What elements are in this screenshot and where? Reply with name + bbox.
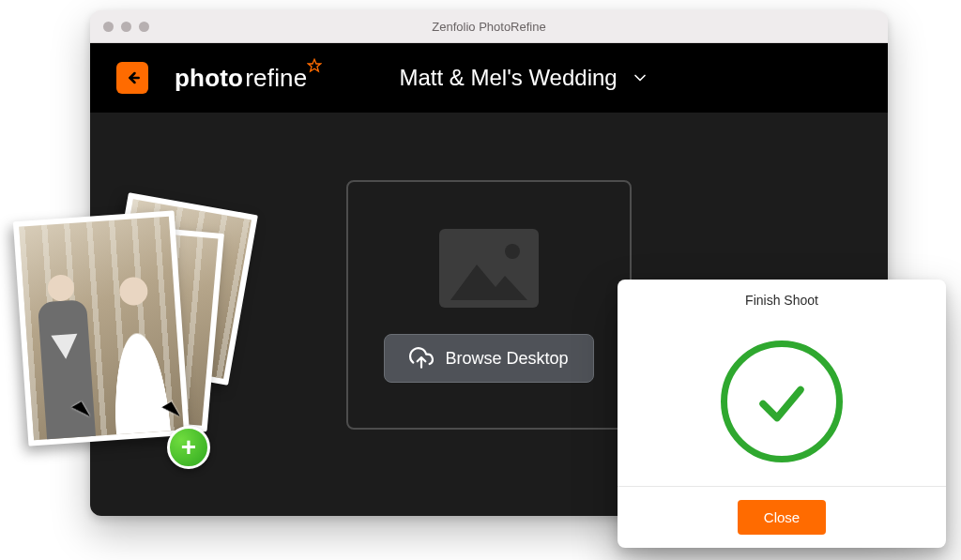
success-indicator (721, 341, 843, 462)
plus-icon: + (181, 434, 196, 461)
dialog-body (618, 317, 946, 486)
checkmark-icon (754, 373, 810, 430)
brand-text-light: refine (245, 64, 307, 93)
back-button[interactable] (116, 62, 148, 94)
brand-text-bold: photo (175, 64, 243, 93)
cloud-upload-icon (409, 346, 434, 371)
chevron-down-icon (631, 68, 649, 87)
browse-desktop-button[interactable]: Browse Desktop (384, 334, 593, 383)
project-name: Matt & Mel's Wedding (399, 65, 617, 91)
traffic-light-minimize[interactable] (121, 22, 131, 32)
svg-point-3 (505, 244, 520, 259)
brand-logo: photorefine (175, 64, 307, 93)
browse-desktop-label: Browse Desktop (445, 349, 568, 369)
arrow-left-icon (123, 68, 142, 87)
window-title: Zenfolio PhotoRefine (90, 20, 888, 34)
dialog-title: Finish Shoot (618, 280, 946, 317)
traffic-light-close[interactable] (103, 22, 114, 32)
traffic-lights[interactable] (103, 22, 149, 32)
add-photos-badge: + (167, 426, 210, 469)
project-selector[interactable]: Matt & Mel's Wedding (399, 65, 648, 91)
cursor-icon (71, 401, 89, 422)
svg-marker-1 (309, 59, 321, 71)
star-outline-icon (307, 58, 322, 73)
image-placeholder-icon (437, 227, 541, 310)
upload-dropzone[interactable]: Browse Desktop (346, 180, 632, 430)
titlebar: Zenfolio PhotoRefine (90, 10, 888, 43)
dialog-footer: Close (618, 486, 946, 548)
finish-shoot-dialog: Finish Shoot Close (618, 280, 946, 548)
close-button[interactable]: Close (738, 500, 826, 535)
app-header: photorefine Matt & Mel's Wedding (90, 43, 888, 113)
traffic-light-zoom[interactable] (139, 22, 149, 32)
